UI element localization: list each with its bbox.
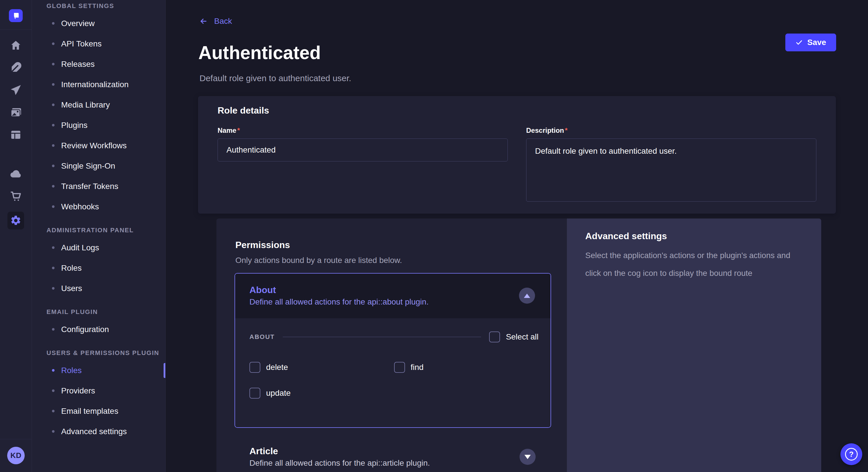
expand-button[interactable] <box>520 449 536 465</box>
delete-checkbox[interactable] <box>249 362 260 373</box>
nav-item-up-advanced-settings[interactable]: Advanced settings <box>32 421 165 442</box>
settings-nav-item[interactable] <box>7 212 24 229</box>
nav-item-internationalization[interactable]: Internationalization <box>32 74 165 95</box>
help-button[interactable]: ? <box>840 443 862 465</box>
nav-item-plugins[interactable]: Plugins <box>32 115 165 135</box>
name-label: Name* <box>218 127 240 134</box>
collapse-button[interactable] <box>519 288 535 304</box>
actions-grid: delete find update <box>249 362 538 399</box>
nav-item-up-email-templates[interactable]: Email templates <box>32 401 165 421</box>
nav-section-users-permissions-plugin: USERS & PERMISSIONS PLUGIN <box>32 349 165 357</box>
save-label: Save <box>807 38 826 47</box>
save-button[interactable]: Save <box>785 34 836 51</box>
select-all-label[interactable]: Select all <box>506 332 538 341</box>
bullet-icon <box>52 205 55 208</box>
select-all-checkbox[interactable] <box>489 332 500 342</box>
advanced-settings-description: Select the application's actions or the … <box>585 247 803 282</box>
home-icon[interactable] <box>9 38 23 52</box>
permissions-subtitle: Only actions bound by a route are listed… <box>236 255 548 266</box>
main-content: Back Authenticated Default role given to… <box>166 0 868 472</box>
page-subtitle: Default role given to authenticated user… <box>199 73 351 83</box>
back-label: Back <box>214 16 232 26</box>
action-delete: delete <box>249 362 394 373</box>
check-icon <box>795 39 803 46</box>
accordion-article-title: Article <box>249 445 430 457</box>
page-title: Authenticated <box>198 42 321 64</box>
role-details-title: Role details <box>218 105 816 116</box>
bullet-icon <box>52 42 55 45</box>
content-type-builder-icon[interactable] <box>9 61 23 74</box>
nav-item-review-workflows[interactable]: Review Workflows <box>32 135 165 156</box>
question-mark-icon: ? <box>845 448 858 461</box>
chevron-up-icon <box>524 294 530 298</box>
nav-item-up-roles[interactable]: Roles <box>32 360 165 380</box>
bullet-icon <box>52 430 55 433</box>
find-label[interactable]: find <box>411 363 424 372</box>
update-checkbox[interactable] <box>249 388 260 399</box>
bullet-icon <box>52 144 55 147</box>
description-label: Description* <box>526 127 567 134</box>
releases-icon[interactable] <box>9 83 23 97</box>
bullet-icon <box>52 287 55 290</box>
bullet-icon <box>52 369 55 372</box>
bullet-icon <box>52 103 55 106</box>
update-label[interactable]: update <box>266 389 291 398</box>
permissions-title: Permissions <box>236 239 567 250</box>
group-label: ABOUT <box>249 333 275 341</box>
user-avatar[interactable]: KD <box>7 447 25 464</box>
find-checkbox[interactable] <box>394 362 405 373</box>
settings-gear-icon <box>10 215 22 226</box>
nav-item-admin-roles[interactable]: Roles <box>32 258 165 278</box>
deploy-cloud-icon[interactable] <box>9 167 23 181</box>
settings-subnav: GLOBAL SETTINGS Overview API Tokens Rele… <box>32 0 166 472</box>
bullet-icon <box>52 267 55 269</box>
sidebar-user-area: KD <box>0 439 32 472</box>
content-manager-icon[interactable] <box>9 128 23 142</box>
nav-section-global-settings: GLOBAL SETTINGS <box>32 2 165 10</box>
nav-item-webhooks[interactable]: Webhooks <box>32 196 165 217</box>
delete-label[interactable]: delete <box>266 363 288 372</box>
nav-item-audit-logs[interactable]: Audit Logs <box>32 237 165 258</box>
nav-item-admin-users[interactable]: Users <box>32 278 165 299</box>
active-indicator <box>164 363 165 378</box>
nav-item-api-tokens[interactable]: API Tokens <box>32 34 165 54</box>
accordion-about: About Define all allowed actions for the… <box>235 273 551 428</box>
strapi-logo-icon <box>11 11 20 20</box>
accordion-article-header[interactable]: Article Define all allowed actions for t… <box>235 445 551 469</box>
marketplace-cart-icon[interactable] <box>9 189 23 203</box>
accordion-about-description: Define all allowed actions for the api::… <box>249 297 429 307</box>
divider-line <box>283 337 481 337</box>
nav-section-email-plugin: EMAIL PLUGIN <box>32 308 165 316</box>
description-textarea[interactable]: Default role given to authenticated user… <box>526 138 816 202</box>
nav-item-single-sign-on[interactable]: Single Sign-On <box>32 156 165 176</box>
nav-item-transfer-tokens[interactable]: Transfer Tokens <box>32 176 165 196</box>
accordion-about-body: ABOUT Select all delete find <box>235 318 551 427</box>
nav-item-up-providers[interactable]: Providers <box>32 380 165 401</box>
arrow-left-icon <box>199 17 208 26</box>
accordion-article-description: Define all allowed actions for the api::… <box>249 458 430 469</box>
bullet-icon <box>52 83 55 86</box>
nav-item-overview[interactable]: Overview <box>32 13 165 34</box>
chevron-down-icon <box>524 455 531 459</box>
main-icon-sidebar: KD <box>0 0 32 472</box>
nav-item-media-library[interactable]: Media Library <box>32 95 165 115</box>
permissions-layout: Permissions Only actions bound by a rout… <box>216 218 821 472</box>
permissions-panel: Permissions Only actions bound by a rout… <box>216 218 567 472</box>
back-link[interactable]: Back <box>199 16 232 26</box>
bullet-icon <box>52 246 55 249</box>
bullet-icon <box>52 328 55 331</box>
bullet-icon <box>52 165 55 167</box>
sidebar-divider <box>0 30 32 30</box>
nav-item-releases[interactable]: Releases <box>32 54 165 74</box>
advanced-settings-title: Advanced settings <box>585 230 803 242</box>
nav-section-administration-panel: ADMINISTRATION PANEL <box>32 227 165 234</box>
accordion-about-header[interactable]: About Define all allowed actions for the… <box>235 274 551 318</box>
bullet-icon <box>52 124 55 127</box>
required-asterisk: * <box>237 127 240 134</box>
bullet-icon <box>52 22 55 25</box>
media-library-icon[interactable] <box>9 105 23 119</box>
strapi-logo[interactable] <box>9 9 23 22</box>
bullet-icon <box>52 390 55 392</box>
name-input[interactable] <box>218 138 508 162</box>
nav-item-email-configuration[interactable]: Configuration <box>32 319 165 339</box>
